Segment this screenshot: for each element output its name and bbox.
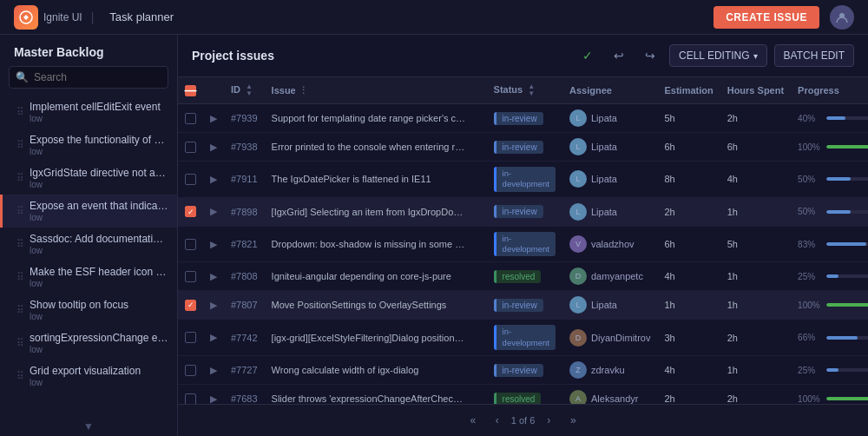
row-expand-cell[interactable]: ▶ (203, 162, 224, 198)
table-row[interactable]: ▶ #7821 Dropdown: box-shadow is missing … (178, 226, 868, 262)
sidebar-items: ⠿ Implement cellEditExit event low ⠿ Exp… (0, 96, 177, 417)
row-checkbox[interactable] (185, 239, 196, 250)
header-issue[interactable]: Issue ⋮ (265, 77, 473, 104)
row-spacer (473, 104, 487, 133)
row-checkbox-cell[interactable] (178, 226, 203, 262)
row-status: in-development (487, 226, 562, 262)
row-progress: 100% (791, 385, 868, 404)
issue-menu-icon: ⋮ (299, 85, 308, 96)
header-checkbox[interactable]: — (178, 77, 203, 104)
header-hours[interactable]: Hours Spent (720, 77, 791, 104)
batch-edit-button[interactable]: BATCH EDIT (774, 44, 854, 67)
assignee-cell: V valadzhov (569, 235, 650, 253)
row-checkbox[interactable] (185, 271, 196, 282)
issues-table-container[interactable]: — ID ▲ ▼ Issue ⋮ (178, 77, 868, 404)
header-assignee[interactable]: Assignee (562, 77, 657, 104)
table-row[interactable]: ✓ ▶ #7898 [IgxGrid] Selecting an item fr… (178, 197, 868, 226)
row-expand-cell[interactable]: ▶ (203, 385, 224, 404)
row-checkbox[interactable] (185, 365, 196, 376)
select-all-checkbox[interactable]: — (185, 85, 196, 96)
row-checkbox[interactable] (185, 174, 196, 185)
table-row[interactable]: ▶ #7742 [igx-grid][ExcelStyleFiltering]D… (178, 320, 868, 356)
check-icon-btn[interactable]: ✓ (575, 43, 600, 68)
expand-icon[interactable]: ▶ (210, 113, 217, 123)
expand-icon[interactable]: ▶ (210, 142, 217, 152)
redo-icon-btn[interactable]: ↪ (638, 43, 662, 68)
row-id: #7821 (224, 226, 265, 262)
grip-icon: ⠿ (16, 172, 24, 184)
row-checkbox[interactable]: ✓ (185, 300, 196, 311)
expand-icon[interactable]: ▶ (210, 206, 217, 216)
row-checkbox[interactable] (185, 113, 196, 124)
sidebar-item-1[interactable]: ⠿ Expose the functionality of pri... low (0, 129, 177, 162)
expand-icon[interactable]: ▶ (210, 271, 217, 281)
table-row[interactable]: ▶ #7683 Slider throws 'expressionChangeA… (178, 385, 868, 404)
expand-icon[interactable]: ▶ (210, 174, 217, 184)
sidebar-item-5[interactable]: ⠿ Make the ESF header icon te... low (0, 261, 177, 294)
row-checkbox[interactable] (185, 332, 196, 343)
row-checkbox[interactable] (185, 142, 196, 153)
assignee-name: damyanpetc (591, 271, 643, 281)
row-checkbox-cell[interactable] (178, 385, 203, 404)
row-expand-cell[interactable]: ▶ (203, 133, 224, 162)
toolbar-right: ✓ ↩ ↪ CELL EDITING ▾ BATCH EDIT (575, 43, 854, 68)
header-id[interactable]: ID ▲ ▼ (224, 77, 265, 104)
table-row[interactable]: ✓ ▶ #7807 Move PositionSettings to Overl… (178, 291, 868, 320)
topbar-right: CREATE ISSUE (713, 5, 854, 30)
assignee-avatar: Z (569, 361, 587, 379)
undo-icon-btn[interactable]: ↩ (607, 43, 631, 68)
row-checkbox-cell[interactable] (178, 104, 203, 133)
row-checkbox-cell[interactable] (178, 262, 203, 291)
row-checkbox-cell[interactable]: ✓ (178, 291, 203, 320)
last-page-button[interactable]: » (562, 410, 583, 431)
header-progress[interactable]: Progress (791, 77, 868, 104)
search-input[interactable] (9, 66, 168, 89)
row-expand-cell[interactable]: ▶ (203, 356, 224, 385)
header-estimation[interactable]: Estimation (657, 77, 720, 104)
row-assignee: A Aleksandyr (562, 385, 657, 404)
row-expand-cell[interactable]: ▶ (203, 104, 224, 133)
row-checkbox-cell[interactable] (178, 162, 203, 198)
table-row[interactable]: ▶ #7939 Support for templating date rang… (178, 104, 868, 133)
first-page-button[interactable]: « (463, 410, 483, 431)
row-expand-cell[interactable]: ▶ (203, 197, 224, 226)
expand-icon[interactable]: ▶ (210, 300, 217, 310)
progress-bar-fill (826, 145, 868, 149)
sidebar-item-priority: low (30, 147, 168, 156)
table-row[interactable]: ▶ #7808 Igniteui-angular depending on co… (178, 262, 868, 291)
sidebar-item-7[interactable]: ⠿ sortingExpressionChange eve... low (0, 327, 177, 360)
row-checkbox[interactable] (185, 393, 196, 404)
prev-page-button[interactable]: ‹ (487, 410, 508, 431)
row-expand-cell[interactable]: ▶ (203, 262, 224, 291)
sidebar-item-8[interactable]: ⠿ Grid export visualization low (0, 360, 177, 393)
row-checkbox-cell[interactable] (178, 320, 203, 356)
table-row[interactable]: ▶ #7911 The IgxDatePicker is flattened i… (178, 162, 868, 198)
expand-icon[interactable]: ▶ (210, 365, 217, 375)
sidebar-item-6[interactable]: ⠿ Show tooltip on focus low (0, 294, 177, 327)
row-checkbox-cell[interactable]: ✓ (178, 197, 203, 226)
row-checkbox-cell[interactable] (178, 356, 203, 385)
progress-cell: 40% (798, 114, 868, 123)
issues-table: — ID ▲ ▼ Issue ⋮ (178, 77, 868, 404)
row-progress: 50% (791, 197, 868, 226)
create-issue-button[interactable]: CREATE ISSUE (713, 6, 819, 29)
header-status[interactable]: Status ▲ ▼ (487, 77, 562, 104)
table-row[interactable]: ▶ #7938 Error printed to the console whe… (178, 133, 868, 162)
user-avatar[interactable] (830, 5, 854, 30)
expand-icon[interactable]: ▶ (210, 393, 217, 404)
expand-icon[interactable]: ▶ (210, 332, 217, 342)
row-expand-cell[interactable]: ▶ (203, 320, 224, 356)
row-checkbox[interactable]: ✓ (185, 206, 196, 217)
expand-icon[interactable]: ▶ (210, 239, 217, 249)
sidebar-item-2[interactable]: ⠿ IgxGridState directive not abl... low (0, 162, 177, 195)
cell-editing-button[interactable]: CELL EDITING ▾ (669, 44, 767, 67)
sidebar-item-3[interactable]: ⠿ Expose an event that indicate... low (0, 195, 177, 228)
sidebar-item-4[interactable]: ⠿ Sassdoc: Add documentation ... low (0, 228, 177, 261)
assignee-cell: L Lipata (569, 170, 650, 188)
row-checkbox-cell[interactable] (178, 133, 203, 162)
next-page-button[interactable]: › (538, 410, 559, 431)
table-row[interactable]: ▶ #7727 Wrong calculate width of igx-dia… (178, 356, 868, 385)
sidebar-item-0[interactable]: ⠿ Implement cellEditExit event low (0, 96, 177, 129)
row-expand-cell[interactable]: ▶ (203, 226, 224, 262)
row-expand-cell[interactable]: ▶ (203, 291, 224, 320)
